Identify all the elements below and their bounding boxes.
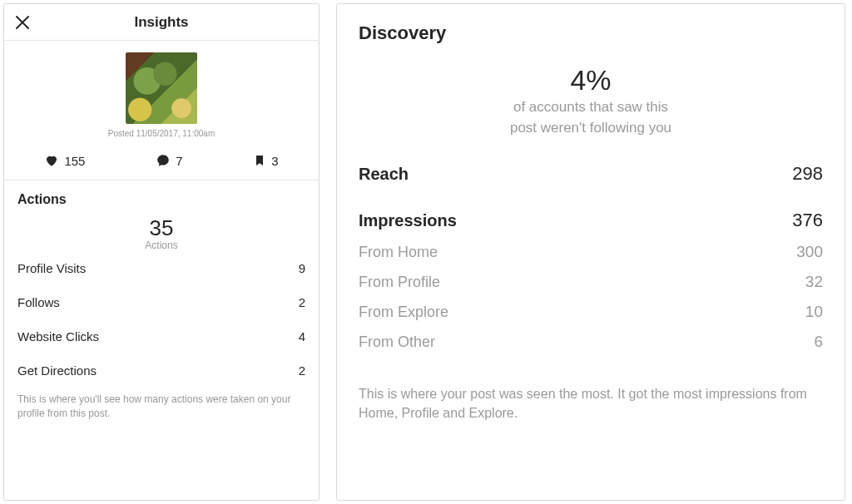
comments-stat[interactable]: 7 <box>156 153 182 168</box>
metric-profile-visits: Profile Visits 9 <box>17 251 305 285</box>
page-title: Insights <box>4 14 319 31</box>
metric-value: 2 <box>299 295 305 309</box>
from-home-row: From Home 300 <box>359 243 823 261</box>
heart-icon <box>44 153 59 168</box>
likes-count: 155 <box>64 154 85 168</box>
from-explore-value: 10 <box>805 303 823 321</box>
metric-website-clicks: Website Clicks 4 <box>17 319 305 353</box>
post-thumbnail[interactable] <box>126 52 197 124</box>
metric-label: Profile Visits <box>17 261 86 275</box>
from-home-value: 300 <box>796 243 823 261</box>
from-profile-label: From Profile <box>359 274 440 291</box>
metric-value: 4 <box>299 329 305 343</box>
from-other-row: From Other 6 <box>359 333 823 351</box>
actions-total-label: Actions <box>17 240 305 251</box>
metric-label: Get Directions <box>17 363 97 378</box>
discovery-percent-desc-l1: of accounts that saw this <box>359 98 823 117</box>
actions-total: 35 Actions <box>17 215 305 251</box>
impressions-value: 376 <box>792 210 823 231</box>
discovery-panel: Discovery 4% of accounts that saw this p… <box>336 3 845 501</box>
comment-icon <box>156 153 171 168</box>
comments-count: 7 <box>176 154 182 168</box>
metric-label: Website Clicks <box>17 329 99 343</box>
metric-label: Follows <box>17 295 60 309</box>
from-home-label: From Home <box>359 244 438 261</box>
discovery-percent: 4% <box>359 64 823 96</box>
metric-follows: Follows 2 <box>17 285 305 319</box>
metric-value: 9 <box>299 261 305 275</box>
likes-stat[interactable]: 155 <box>44 153 85 168</box>
from-other-value: 6 <box>814 333 823 351</box>
actions-footnote: This is where you'll see how many action… <box>17 393 305 421</box>
saves-stat[interactable]: 3 <box>253 153 278 168</box>
impressions-row: Impressions 376 <box>359 210 823 231</box>
discovery-footnote: This is where your post was seen the mos… <box>359 384 823 422</box>
bookmark-icon <box>253 153 266 168</box>
engagement-row: 155 7 3 <box>4 145 319 180</box>
from-profile-value: 32 <box>805 273 823 291</box>
close-icon <box>14 14 31 31</box>
post-preview: Posted 11/05/2017, 11:00am <box>4 41 319 145</box>
from-profile-row: From Profile 32 <box>359 273 823 291</box>
impressions-label: Impressions <box>359 211 457 230</box>
from-explore-row: From Explore 10 <box>359 303 823 321</box>
posted-timestamp: Posted 11/05/2017, 11:00am <box>108 129 215 138</box>
discovery-percent-desc-l2: post weren't following you <box>359 119 823 138</box>
reach-row: Reach 298 <box>359 163 823 185</box>
saves-count: 3 <box>271 154 278 168</box>
insights-header: Insights <box>4 4 319 41</box>
reach-value: 298 <box>792 163 823 185</box>
actions-section: Actions 35 Actions Profile Visits 9 Foll… <box>4 180 319 500</box>
insights-panel: Insights Posted 11/05/2017, 11:00am 155 … <box>3 3 320 501</box>
from-explore-label: From Explore <box>359 304 448 321</box>
actions-title: Actions <box>17 192 305 207</box>
reach-label: Reach <box>359 165 409 184</box>
actions-total-number: 35 <box>17 215 305 241</box>
discovery-title: Discovery <box>359 22 823 44</box>
metric-get-directions: Get Directions 2 <box>17 353 305 388</box>
from-other-label: From Other <box>359 334 435 351</box>
close-button[interactable] <box>4 4 41 41</box>
metric-value: 2 <box>299 363 305 378</box>
discovery-percent-block: 4% of accounts that saw this post weren'… <box>359 64 823 138</box>
